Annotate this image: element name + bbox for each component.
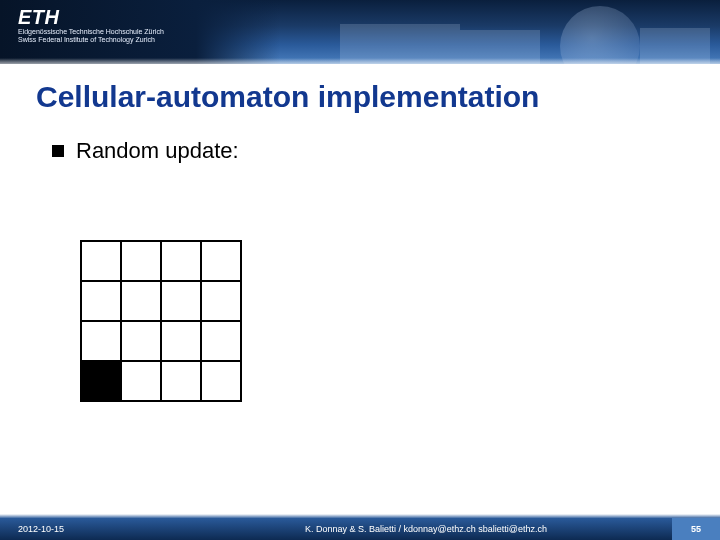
header-banner: ETH Eidgenössische Technische Hochschule…	[0, 0, 720, 64]
grid-cell	[161, 241, 201, 281]
square-bullet-icon	[52, 145, 64, 157]
grid-cell	[81, 361, 121, 401]
grid-cell	[121, 321, 161, 361]
grid-cell	[161, 281, 201, 321]
grid-cell	[161, 321, 201, 361]
grid-cell	[121, 241, 161, 281]
grid-cell	[81, 241, 121, 281]
eth-logo: ETH	[18, 6, 60, 29]
footer-authors: K. Donnay & S. Balietti / kdonnay@ethz.c…	[180, 524, 672, 534]
eth-subtitle-line1: Eidgenössische Technische Hochschule Zür…	[18, 28, 164, 36]
banner-building-silhouette	[300, 0, 720, 64]
footer-page-number: 55	[672, 518, 720, 540]
slide-title: Cellular-automaton implementation	[36, 80, 539, 114]
grid-cell	[121, 281, 161, 321]
grid-cell	[81, 281, 121, 321]
bullet-text: Random update:	[76, 138, 239, 164]
grid-cell	[161, 361, 201, 401]
grid-cell	[121, 361, 161, 401]
automaton-grid	[80, 240, 242, 402]
grid-cell	[201, 321, 241, 361]
eth-subtitle: Eidgenössische Technische Hochschule Zür…	[18, 28, 164, 45]
grid-table	[80, 240, 242, 402]
grid-cell	[201, 241, 241, 281]
bullet-item: Random update:	[52, 138, 239, 164]
slide: ETH Eidgenössische Technische Hochschule…	[0, 0, 720, 540]
footer-bar: 2012-10-15 K. Donnay & S. Balietti / kdo…	[0, 518, 720, 540]
eth-subtitle-line2: Swiss Federal Institute of Technology Zu…	[18, 36, 164, 44]
footer-date: 2012-10-15	[0, 524, 180, 534]
grid-cell	[201, 361, 241, 401]
grid-cell	[201, 281, 241, 321]
grid-cell	[81, 321, 121, 361]
